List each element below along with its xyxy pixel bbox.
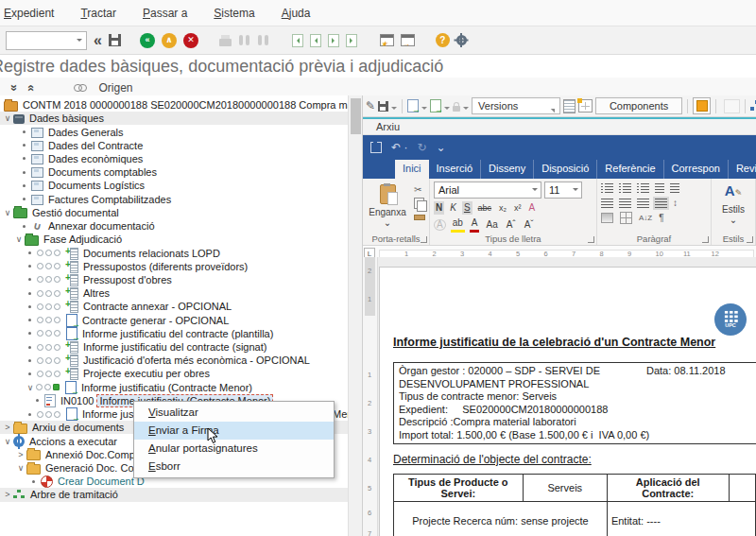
find-next-icon[interactable] bbox=[257, 35, 269, 45]
cancel-button[interactable]: ✕ bbox=[183, 33, 198, 48]
back-button[interactable]: « bbox=[140, 33, 155, 48]
tree-row[interactable]: Documents relacionats LOPD bbox=[0, 246, 348, 259]
next-page-icon[interactable] bbox=[328, 34, 339, 47]
line-spacing-icon[interactable]: ↕ bbox=[673, 197, 678, 209]
sort-icon[interactable]: A↓Z bbox=[639, 212, 652, 224]
tree-row[interactable]: Projecte executiu per obres bbox=[0, 367, 348, 380]
shrink-font-button[interactable]: Aˇ bbox=[523, 218, 536, 232]
cut-icon[interactable]: ✂ bbox=[414, 183, 425, 196]
tree-row[interactable]: Informe justificatiu del contracte (plan… bbox=[0, 327, 348, 340]
font-dialog-launcher[interactable] bbox=[588, 236, 594, 243]
font-name-combo[interactable]: Arial bbox=[434, 182, 541, 199]
tree-row[interactable]: Contracte generar - OPCIONAL bbox=[0, 314, 348, 327]
highlight-color-button[interactable]: ab bbox=[451, 216, 465, 233]
clipboard-dialog-launcher[interactable] bbox=[421, 236, 427, 243]
underline-button[interactable]: S bbox=[462, 201, 472, 215]
italic-button[interactable]: K bbox=[448, 201, 458, 215]
document-area[interactable]: 211234567 UPC Informe justificatiu de la… bbox=[363, 257, 756, 536]
context-menu-item-enviar-a-firma[interactable]: Enviar a Firma bbox=[134, 422, 334, 440]
shortcut-icon[interactable]: → bbox=[401, 34, 415, 46]
print-icon[interactable] bbox=[219, 39, 232, 46]
tree-row[interactable]: Dades econòmiques bbox=[0, 152, 348, 165]
align-right-icon[interactable] bbox=[637, 199, 649, 208]
sign-icon[interactable]: ✎ bbox=[366, 100, 375, 112]
save-icon[interactable] bbox=[109, 34, 121, 46]
command-field[interactable] bbox=[6, 31, 87, 50]
styles-button[interactable]: Estils bbox=[722, 204, 745, 215]
tree-row[interactable]: Dades del Contracte bbox=[0, 139, 348, 152]
tree-row[interactable]: Contracte annexar - OPCIONAL bbox=[0, 300, 348, 313]
tab-inici[interactable]: Inici bbox=[395, 160, 429, 179]
find-icon[interactable] bbox=[238, 35, 250, 45]
expand-all-icon[interactable]: « bbox=[26, 84, 36, 91]
tree-row[interactable]: Dades Generals bbox=[0, 125, 348, 138]
components-grid-icon[interactable] bbox=[578, 99, 593, 112]
first-page-icon[interactable] bbox=[292, 34, 303, 47]
font-color-button[interactable]: A bbox=[470, 216, 480, 233]
superscript-button[interactable]: x² bbox=[512, 201, 524, 215]
tab-inserció[interactable]: Inserció bbox=[429, 160, 482, 179]
tree-row[interactable]: Justificació d'oferta més econòmica - OP… bbox=[0, 354, 348, 367]
tree-row[interactable]: Pressupost d'obres bbox=[0, 273, 348, 286]
undo-icon[interactable]: ↶ · bbox=[391, 142, 407, 153]
previous-page-icon[interactable] bbox=[310, 34, 321, 47]
collapse-icon[interactable]: ∨ bbox=[25, 383, 36, 392]
bullet-list-icon[interactable] bbox=[601, 183, 613, 193]
align-left-icon[interactable] bbox=[601, 199, 613, 208]
menu-item-ajuda[interactable]: Ajuda bbox=[282, 7, 311, 20]
tree-row[interactable]: >Arbre de tramitació bbox=[0, 488, 348, 501]
pilcrow-icon[interactable]: ¶ bbox=[659, 212, 663, 224]
tab-revisió[interactable]: Revisió bbox=[729, 160, 756, 179]
highlight-tool-button[interactable] bbox=[693, 97, 711, 114]
menu-item-passar-a[interactable]: Passar a bbox=[143, 7, 187, 20]
expand-icon[interactable]: > bbox=[2, 490, 13, 499]
tree-row[interactable]: CONTM 2018 0000000188 SE020000CM20180000… bbox=[0, 98, 348, 112]
origen-button[interactable]: Origen bbox=[98, 81, 132, 95]
help-icon[interactable]: ? bbox=[436, 33, 450, 47]
tab-referèncie[interactable]: Referèncie bbox=[597, 160, 663, 179]
justify-icon[interactable] bbox=[655, 199, 667, 208]
paragraph-dialog-launcher[interactable] bbox=[702, 236, 709, 243]
menu-item-tractar[interactable]: Tractar bbox=[80, 7, 116, 20]
align-center-icon[interactable] bbox=[619, 199, 631, 208]
tree-row[interactable]: ∨Fase Adjudicació bbox=[0, 233, 348, 246]
subscript-button[interactable]: x₂ bbox=[497, 201, 508, 215]
grow-font-button[interactable]: Aˆ bbox=[505, 218, 518, 232]
checkout-icon[interactable] bbox=[430, 99, 441, 112]
hide-command-icon[interactable]: « bbox=[94, 33, 102, 48]
collapse-icon[interactable]: ∨ bbox=[2, 208, 13, 217]
new-session-icon[interactable]: ★ bbox=[380, 34, 394, 46]
tree-row[interactable]: ∨Informe justificatiu (Contracte Menor) bbox=[0, 381, 348, 394]
context-menu-item-visualitzar[interactable]: Visualitzar bbox=[134, 404, 334, 422]
versions-dropdown[interactable]: Versions bbox=[472, 97, 560, 114]
context-menu-item-anular-portasignatures[interactable]: Anular portasignatures bbox=[134, 440, 334, 458]
tab-correspon[interactable]: Correspon bbox=[664, 160, 729, 179]
tree-row[interactable]: Documents Logístics bbox=[0, 179, 348, 192]
shading-icon[interactable] bbox=[601, 213, 613, 223]
expand-icon[interactable]: > bbox=[2, 423, 13, 432]
tab-disposició[interactable]: Disposició bbox=[534, 160, 597, 179]
exit-button[interactable]: ∧ bbox=[162, 33, 177, 48]
tree-row[interactable]: Documents comptables bbox=[0, 165, 348, 179]
customize-icon[interactable] bbox=[456, 35, 467, 45]
tree-row[interactable]: Pressupostos (diferents proveïdors) bbox=[0, 260, 348, 273]
copy-icon[interactable] bbox=[414, 198, 424, 209]
styles-dialog-launcher[interactable] bbox=[747, 236, 753, 243]
multilevel-list-icon[interactable] bbox=[637, 183, 649, 193]
quickbar-customize-icon[interactable]: ⌄ bbox=[436, 142, 445, 153]
indent-icon[interactable] bbox=[670, 183, 679, 193]
tree-scrollbar-thumb[interactable] bbox=[351, 98, 361, 134]
tab-disseny[interactable]: Disseny bbox=[481, 160, 534, 179]
tree-row[interactable]: Annexar documentació bbox=[0, 219, 348, 233]
lock-icon[interactable] bbox=[453, 106, 460, 112]
tree-row[interactable]: Factures Comptabilitzades bbox=[0, 193, 348, 206]
word-save-icon[interactable] bbox=[370, 142, 382, 153]
last-page-icon[interactable] bbox=[346, 34, 357, 47]
change-case-button[interactable]: Aa bbox=[484, 218, 499, 232]
tree-row[interactable]: Altres bbox=[0, 286, 348, 300]
context-menu-item-esborr[interactable]: Esborr bbox=[134, 458, 334, 475]
styles-icon[interactable]: A✎ bbox=[715, 182, 751, 202]
font-size-combo[interactable]: 11 bbox=[544, 182, 582, 199]
menu-item-sistema[interactable]: Sistema bbox=[214, 7, 254, 20]
collapse-icon[interactable]: ∨ bbox=[2, 437, 13, 446]
